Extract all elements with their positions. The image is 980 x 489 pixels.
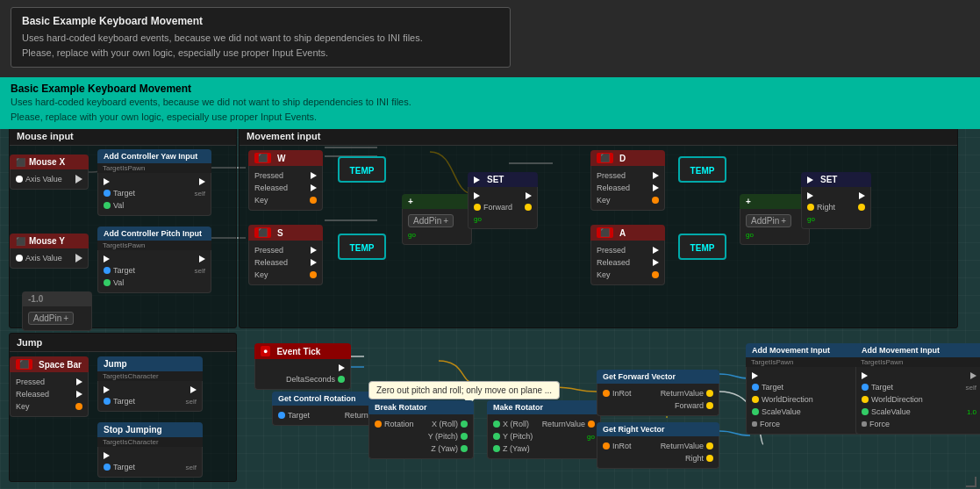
val-pin-yaw	[104, 202, 111, 209]
stop-jumping-header: Stop Jumping	[97, 422, 203, 437]
comment-bubble: Zero out pitch and roll; only move on pl…	[368, 381, 560, 399]
space-bar-header: ⬛ Space Bar	[10, 356, 89, 372]
event-tick-header: ● Event Tick	[254, 343, 351, 359]
addjoin-node-2[interactable]: + AddPin+ go	[740, 194, 810, 245]
set-node-1-header: SET	[468, 172, 538, 187]
jump-panel: Jump ⬛ Space Bar Pressed Released	[9, 333, 237, 482]
s-key-header: ⬛ S	[248, 225, 323, 241]
tooltip-desc: Uses hard-coded keyboard events, because…	[22, 31, 499, 60]
temp-node-2[interactable]: TEMP	[338, 234, 386, 260]
add-pitch-node[interactable]: Add Controller Pitch Input TargetIsPawn	[97, 227, 211, 293]
get-right-vector-node[interactable]: Get Right Vector InRot ReturnValue Right	[597, 422, 719, 469]
temp-node-1[interactable]: TEMP	[338, 156, 386, 183]
exec-out-pin-y	[75, 254, 82, 262]
tooltip-popup: Basic Example Keyboard Movement Uses har…	[11, 7, 511, 68]
blueprint-canvas[interactable]: Mouse input ⬛ Mouse X Axis Value	[0, 119, 980, 489]
multiply-node[interactable]: -1.0 AddPin +	[22, 291, 92, 331]
banner-title: Basic Example Keyboard Movement	[11, 83, 969, 95]
exec-in-pitch	[104, 255, 110, 262]
stop-jumping-node[interactable]: Stop Jumping TargetIsCharacter Target	[97, 422, 203, 478]
get-forward-vector-node[interactable]: Get Forward Vector InRot ReturnValue For…	[597, 370, 719, 416]
mouse-input-body: ⬛ Mouse X Axis Value Add Control	[10, 146, 236, 321]
exec-in-yaw	[104, 178, 110, 185]
w-key-node[interactable]: ⬛ W Pressed Released Key	[248, 150, 323, 211]
a-key-node[interactable]: ⬛ A Pressed Released Key	[590, 225, 665, 285]
movement-input-body: ⬛ W Pressed Released Key	[240, 146, 957, 320]
add-yaw-header: Add Controller Yaw Input	[97, 149, 211, 163]
mouse-input-header: Mouse input	[10, 127, 236, 146]
add-movement-2-header: Add Movement Input	[855, 343, 980, 357]
mouse-input-panel: Mouse input ⬛ Mouse X Axis Value	[9, 126, 237, 328]
mouse-y-header: ⬛ Mouse Y	[10, 234, 89, 248]
add-movement-input-1-node[interactable]: Add Movement Input TargetIsPawn Target s…	[746, 343, 873, 435]
mouse-x-header: ⬛ Mouse X	[10, 155, 89, 169]
mouse-y-node[interactable]: ⬛ Mouse Y Axis Value	[10, 234, 89, 269]
target-pin-pitch	[104, 267, 111, 274]
make-rotator-node[interactable]: Make Rotator X (Roll) ReturnValue Y (Pit…	[487, 400, 601, 459]
temp-node-3[interactable]: TEMP	[678, 156, 726, 183]
banner-desc: Uses hard-coded keyboard events, because…	[11, 95, 969, 124]
d-key-header: ⬛ D	[590, 150, 665, 166]
mouse-x-node[interactable]: ⬛ Mouse X Axis Value	[10, 155, 89, 190]
banner: Basic Example Keyboard Movement Uses har…	[0, 77, 980, 129]
target-pin-yaw	[104, 190, 111, 197]
set-node-1[interactable]: SET Forward	[468, 172, 538, 229]
event-tick-node[interactable]: ● Event Tick DeltaSeconds	[254, 343, 351, 390]
axis-value-pin-y	[16, 255, 23, 262]
jump-node-header: Jump	[97, 356, 203, 371]
temp-node-4[interactable]: TEMP	[678, 234, 726, 260]
get-forward-vector-header: Get Forward Vector	[597, 370, 719, 384]
a-key-header: ⬛ A	[590, 225, 665, 241]
jump-body: ⬛ Space Bar Pressed Released Key	[10, 352, 236, 475]
d-key-node[interactable]: ⬛ D Pressed Released Key	[590, 150, 665, 211]
add-yaw-node[interactable]: Add Controller Yaw Input TargetIsPawn	[97, 149, 211, 216]
exec-out-yaw	[199, 178, 205, 185]
exec-out-pin	[75, 175, 82, 183]
set-node-2-header: SET	[801, 172, 871, 187]
add-yaw-body: Target self Val	[97, 173, 211, 216]
s-key-node[interactable]: ⬛ S Pressed Released Key	[248, 225, 323, 285]
set-node-2[interactable]: SET Right	[801, 172, 871, 229]
get-right-vector-header: Get Right Vector	[597, 422, 719, 436]
addjoin-node-1[interactable]: + AddPin+ go	[402, 194, 472, 245]
mouse-y-body: Axis Value	[10, 248, 89, 269]
jump-header: Jump	[10, 334, 236, 352]
movement-input-panel: Movement input ⬛ W Pressed Released	[239, 126, 958, 328]
canvas-resize-handle[interactable]	[966, 477, 976, 487]
add-movement-input-2-node[interactable]: Add Movement Input TargetIsPawn Target s…	[855, 343, 980, 435]
add-pin-2[interactable]: AddPin+	[746, 214, 791, 227]
break-rotator-node[interactable]: Break Rotator Rotation X (Roll) Y (Pitch…	[368, 400, 474, 459]
add-pin-1[interactable]: AddPin+	[408, 214, 454, 227]
add-pin-label[interactable]: AddPin +	[28, 312, 74, 325]
axis-value-pin	[16, 176, 23, 183]
space-bar-node[interactable]: ⬛ Space Bar Pressed Released Key	[10, 356, 89, 417]
movement-input-header: Movement input	[240, 127, 957, 146]
break-rotator-header: Break Rotator	[368, 400, 474, 414]
val-pin-pitch	[104, 279, 111, 286]
make-rotator-header: Make Rotator	[487, 400, 601, 414]
w-key-header: ⬛ W	[248, 150, 323, 166]
exec-out-pitch	[199, 255, 205, 262]
add-pitch-body: Target self Val	[97, 250, 211, 293]
tooltip-title: Basic Example Keyboard Movement	[22, 15, 499, 27]
mouse-x-body: Axis Value	[10, 169, 89, 190]
add-movement-1-header: Add Movement Input	[746, 343, 873, 357]
add-pitch-header: Add Controller Pitch Input	[97, 227, 211, 241]
jump-node[interactable]: Jump TargetIsCharacter	[97, 356, 203, 412]
